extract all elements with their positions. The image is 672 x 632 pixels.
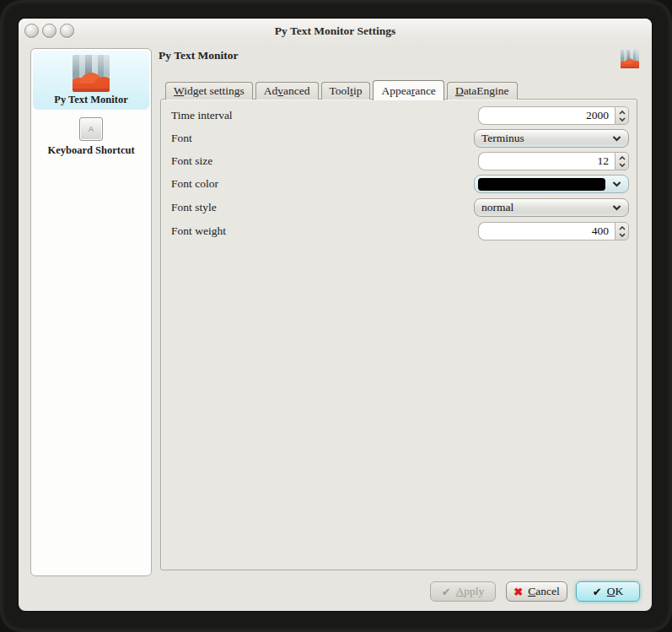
chevron-down-icon: [612, 181, 621, 187]
apply-button-label: Apply: [456, 585, 485, 598]
font-combobox[interactable]: Terminus: [474, 129, 629, 148]
form-row: Font style normal: [171, 198, 629, 217]
titlebar: Py Text Monitor Settings: [19, 19, 652, 47]
spin-down-button[interactable]: [618, 116, 626, 122]
font-size-label: Font size: [171, 154, 478, 168]
sidebar-item-py-text-monitor[interactable]: Py Text Monitor: [33, 51, 149, 110]
form-row: Font size 12: [171, 152, 629, 170]
spin-up-button[interactable]: [618, 225, 626, 231]
font-style-label: Font style: [171, 201, 474, 214]
key-letter: A: [89, 125, 94, 133]
form-row: Font weight 400: [171, 222, 629, 240]
font-combobox-value: Terminus: [481, 130, 612, 147]
spin-buttons: [615, 222, 629, 240]
sidebar-item-keyboard-shortcut[interactable]: A Keyboard Shortcut: [33, 110, 149, 160]
keyboard-key-icon: A: [79, 117, 103, 141]
check-icon: ✔: [442, 586, 451, 597]
sidebar-item-label: Keyboard Shortcut: [35, 144, 148, 157]
settings-dialog: Py Text Monitor Settings Py Text Monitor…: [19, 19, 652, 611]
spin-down-button[interactable]: [618, 162, 626, 168]
font-weight-label: Font weight: [171, 224, 478, 238]
time-interval-label: Time interval: [171, 109, 478, 122]
window-controls: [24, 24, 74, 38]
window-title: Py Text Monitor Settings: [19, 19, 652, 44]
form-row: Font color: [171, 175, 629, 193]
font-color-button[interactable]: [474, 175, 629, 193]
font-style-combobox[interactable]: normal: [474, 198, 629, 217]
font-size-spinbox: 12: [478, 152, 629, 170]
font-size-input[interactable]: 12: [478, 152, 615, 170]
chevron-down-icon: [612, 136, 621, 142]
x-icon: ✖: [513, 586, 523, 597]
sidebar: Py Text Monitor A Keyboard Shortcut: [30, 48, 152, 576]
ok-button[interactable]: ✔ OK: [576, 581, 640, 602]
tab-advanced[interactable]: Advanced: [255, 82, 319, 100]
font-weight-spinbox: 400: [478, 222, 629, 240]
font-weight-input[interactable]: 400: [478, 222, 615, 240]
spin-buttons: [615, 152, 629, 170]
page-title: Py Text Monitor: [159, 49, 239, 62]
form-row: Font Terminus: [171, 129, 629, 148]
spin-down-button[interactable]: [618, 232, 626, 238]
sidebar-item-label: Py Text Monitor: [35, 94, 148, 106]
font-color-label: Font color: [171, 177, 474, 191]
spin-up-button[interactable]: [618, 155, 626, 161]
tab-dataengine[interactable]: DataEngine: [447, 82, 518, 100]
apply-button[interactable]: ✔ Apply: [430, 581, 496, 602]
form-row: Time interval 2000: [171, 106, 629, 125]
color-swatch: [478, 178, 605, 191]
time-interval-input[interactable]: 2000: [478, 106, 615, 125]
ok-button-label: OK: [607, 585, 624, 598]
tab-tooltip[interactable]: Tooltip: [321, 82, 371, 100]
tab-widget-settings[interactable]: Widget settings: [165, 82, 253, 100]
cancel-button[interactable]: ✖ Cancel: [506, 581, 567, 602]
font-style-combobox-value: normal: [481, 199, 612, 216]
window-control-button-1[interactable]: [24, 24, 39, 38]
appearance-tab-panel: Time interval 2000 Font Terminus Font si…: [160, 99, 637, 570]
tab-bar: Widget settings Advanced Tooltip Appeara…: [165, 79, 518, 100]
tab-appearance[interactable]: Appearance: [373, 80, 444, 100]
font-label: Font: [171, 132, 474, 145]
window-control-button-3[interactable]: [60, 24, 74, 38]
chart-icon: [73, 55, 110, 92]
chevron-down-icon: [612, 205, 621, 211]
cancel-button-label: Cancel: [528, 585, 560, 598]
spin-buttons: [615, 106, 629, 125]
time-interval-spinbox: 2000: [478, 106, 629, 125]
window-control-button-2[interactable]: [42, 24, 56, 38]
spin-up-button[interactable]: [618, 110, 626, 116]
applet-chart-icon: [621, 50, 639, 68]
check-icon: ✔: [593, 586, 602, 597]
